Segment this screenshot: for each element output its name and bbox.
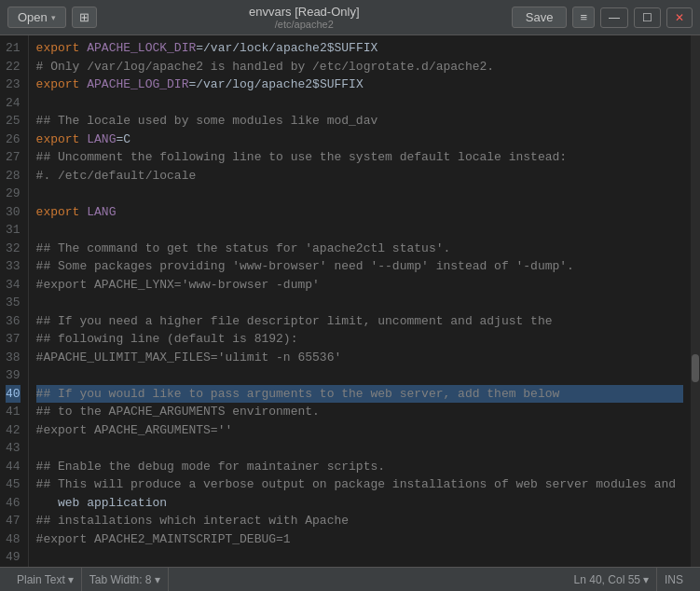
code-line: ## Some packages providing 'www-browser'… <box>36 257 683 276</box>
line-number: 47 <box>6 512 21 530</box>
line-number: 33 <box>6 257 21 276</box>
window-title: envvars [Read-Only] <box>97 5 512 19</box>
statusbar: Plain Text ▾ Tab Width: 8 ▾ Ln 40, Col 5… <box>0 567 700 591</box>
code-line: export LANG=C <box>36 131 683 149</box>
code-line: # Only /var/log/apache2 is handled by /e… <box>36 58 683 76</box>
line-number: 28 <box>6 167 21 186</box>
code-line: #. /etc/default/locale <box>36 167 683 186</box>
code-line: ## If you would like to pass arguments t… <box>36 385 683 404</box>
line-number: 44 <box>6 458 21 476</box>
code-line <box>36 548 683 567</box>
filetype-chevron: ▾ <box>68 573 74 586</box>
line-number: 41 <box>6 403 21 421</box>
filetype-label: Plain Text <box>17 573 65 586</box>
line-number: 31 <box>6 221 21 240</box>
save-button[interactable]: Save <box>512 7 568 28</box>
ins-label: INS <box>665 573 683 586</box>
code-line: #export APACHE2_MAINTSCRIPT_DEBUG=1 <box>36 530 683 549</box>
line-number: 38 <box>6 349 21 367</box>
code-line: ## installations which interact with Apa… <box>36 512 683 530</box>
open-button[interactable]: Open ▾ <box>7 7 66 28</box>
line-number: 34 <box>6 276 21 295</box>
code-line <box>36 366 683 385</box>
code-line: export APACHE_LOG_DIR=/var/log/apache2$S… <box>36 76 683 94</box>
code-line <box>36 439 683 458</box>
filetype-section[interactable]: Plain Text ▾ <box>9 568 82 591</box>
code-line: web application <box>36 494 683 513</box>
position-section[interactable]: Ln 40, Col 55 ▾ <box>567 568 657 591</box>
line-number: 36 <box>6 312 21 331</box>
open-chevron-icon: ▾ <box>51 13 56 22</box>
position-chevron: ▾ <box>643 573 649 586</box>
scrollbar[interactable] <box>691 35 700 567</box>
line-number: 46 <box>6 494 21 513</box>
tabwidth-label: Tab Width: 8 <box>89 573 152 586</box>
close-button[interactable]: ✕ <box>666 7 693 28</box>
maximize-button[interactable]: ☐ <box>634 7 661 28</box>
line-number: 24 <box>6 94 21 113</box>
code-line: ## Enable the debug mode for maintainer … <box>36 458 683 476</box>
code-line: ## following line (default is 8192): <box>36 330 683 349</box>
scrollbar-thumb[interactable] <box>692 354 699 382</box>
tabwidth-chevron: ▾ <box>155 573 160 586</box>
line-number: 43 <box>6 439 21 458</box>
code-line: ## to the APACHE_ARGUMENTS environment. <box>36 403 683 421</box>
window-subtitle: /etc/apache2 <box>97 19 512 30</box>
line-number: 21 <box>6 39 21 58</box>
position-label: Ln 40, Col 55 <box>574 573 640 586</box>
line-numbers: 2122232425262728293031323334353637383940… <box>0 35 29 567</box>
line-number: 45 <box>6 475 21 494</box>
code-line <box>36 185 683 203</box>
code-line <box>36 221 683 240</box>
line-number: 25 <box>6 112 21 131</box>
minimize-button[interactable]: — <box>600 7 628 28</box>
line-number: 42 <box>6 421 21 440</box>
code-line: ## The locale used by some modules like … <box>36 112 683 131</box>
titlebar-left: Open ▾ ⊞ <box>7 7 97 28</box>
code-line: #APACHE_ULIMIT_MAX_FILES='ulimit -n 6553… <box>36 349 683 367</box>
open-label: Open <box>18 10 48 24</box>
ins-badge: INS <box>657 568 691 591</box>
line-number: 40 <box>6 385 21 404</box>
code-line: ## If you need a higher file descriptor … <box>36 312 683 331</box>
code-line: export LANG <box>36 203 683 222</box>
code-line: ## This will produce a verbose output on… <box>36 475 683 494</box>
editor-container: 2122232425262728293031323334353637383940… <box>0 35 700 567</box>
line-number: 37 <box>6 330 21 349</box>
titlebar: Open ▾ ⊞ envvars [Read-Only] /etc/apache… <box>0 0 700 35</box>
line-number: 32 <box>6 240 21 258</box>
line-number: 29 <box>6 185 21 203</box>
titlebar-center: envvars [Read-Only] /etc/apache2 <box>97 5 512 30</box>
line-number: 23 <box>6 76 21 94</box>
line-number: 48 <box>6 530 21 549</box>
code-line: ## The command to get the status for 'ap… <box>36 240 683 258</box>
recents-icon: ⊞ <box>79 10 89 24</box>
recents-button[interactable]: ⊞ <box>72 7 97 28</box>
line-number: 35 <box>6 294 21 312</box>
code-line: #export APACHE_ARGUMENTS='' <box>36 421 683 440</box>
line-number: 26 <box>6 131 21 149</box>
code-line <box>36 94 683 113</box>
line-number: 49 <box>6 548 21 567</box>
menu-button[interactable]: ≡ <box>572 7 595 28</box>
code-line: export APACHE_LOCK_DIR=/var/lock/apache2… <box>36 39 683 58</box>
code-line: ## Uncomment the following line to use t… <box>36 148 683 167</box>
line-number: 39 <box>6 366 21 385</box>
titlebar-right: Save ≡ — ☐ ✕ <box>512 7 693 28</box>
line-number: 27 <box>6 148 21 167</box>
tabwidth-section[interactable]: Tab Width: 8 ▾ <box>82 568 169 591</box>
code-content[interactable]: export APACHE_LOCK_DIR=/var/lock/apache2… <box>29 35 691 567</box>
code-line: #export APACHE_LYNX='www-browser -dump' <box>36 276 683 295</box>
code-line <box>36 294 683 312</box>
line-number: 22 <box>6 58 21 76</box>
line-number: 30 <box>6 203 21 222</box>
